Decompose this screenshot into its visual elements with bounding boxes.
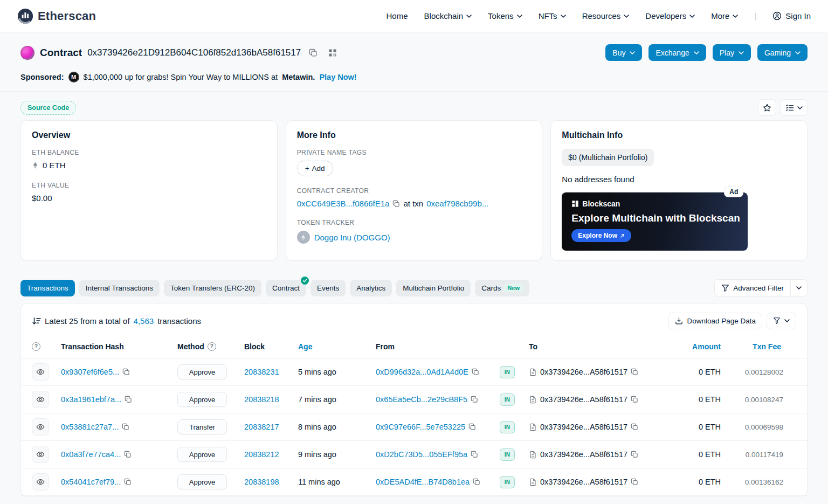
copy-from-button[interactable] — [471, 396, 478, 403]
eth-balance-value: 0 ETH — [32, 161, 266, 170]
copy-from-button[interactable] — [468, 423, 476, 431]
etherscan-logo[interactable]: Etherscan — [17, 8, 96, 24]
advanced-filter-button[interactable]: Advanced Filter — [714, 279, 808, 296]
copy-icon — [471, 451, 478, 458]
explore-now-button[interactable]: Explore Now — [571, 229, 631, 242]
tab-multichain-portfolio[interactable]: Multichain Portfolio — [396, 280, 471, 296]
block-link[interactable]: 20838231 — [244, 368, 295, 376]
tab-internal-transactions[interactable]: Internal Transactions — [79, 280, 160, 296]
tab-token-transfers[interactable]: Token Transfers (ERC-20) — [164, 280, 261, 296]
source-code-badge[interactable]: Source Code — [20, 101, 76, 115]
tx-hash-link[interactable]: 0x0a3f7e77ca4... — [61, 450, 121, 459]
tx-preview-button[interactable] — [32, 363, 49, 381]
copy-to-button[interactable] — [631, 478, 638, 486]
col-age-toggle[interactable]: Age — [298, 342, 372, 351]
help-icon[interactable]: ? — [32, 342, 40, 351]
copy-from-button[interactable] — [472, 368, 479, 376]
method-badge: Transfer — [177, 419, 227, 434]
tx-preview-button[interactable] — [32, 473, 49, 491]
block-link[interactable]: 20838198 — [244, 478, 295, 486]
tx-hash-link[interactable]: 0x53881c27a7... — [61, 423, 119, 431]
copy-tx-hash-button[interactable] — [122, 368, 130, 376]
block-link[interactable]: 20838217 — [244, 423, 295, 431]
qr-code-button[interactable] — [326, 46, 340, 58]
transactions-summary: Latest 25 from a total of 4,563 transact… — [32, 316, 201, 326]
watchlist-options-button[interactable] — [781, 99, 808, 116]
copy-to-button[interactable] — [631, 396, 638, 403]
blockscan-ad-banner[interactable]: Ad Blockscan Explore Multichain with Blo… — [562, 192, 748, 251]
copy-tx-hash-button[interactable] — [122, 423, 129, 431]
from-address-link[interactable]: 0xDE5AD4fE...B74D8b1ea — [376, 478, 470, 486]
favorite-button[interactable] — [758, 99, 776, 116]
tab-contract[interactable]: Contract — [266, 280, 306, 296]
col-txn-fee-toggle[interactable]: Txn Fee — [730, 342, 796, 351]
eth-value-label: ETH VALUE — [32, 182, 266, 189]
tx-preview-button[interactable] — [32, 418, 49, 436]
copy-creator-button[interactable] — [392, 200, 400, 208]
help-icon[interactable]: ? — [208, 342, 216, 351]
tab-analytics[interactable]: Analytics — [350, 280, 392, 296]
method-badge: Approve — [177, 364, 227, 379]
copy-icon — [473, 478, 480, 486]
copy-address-button[interactable] — [306, 46, 320, 58]
copy-to-button[interactable] — [631, 423, 638, 431]
chevron-down-icon — [796, 286, 802, 289]
creator-address-link[interactable]: 0xCC649E3B...f0866fE1a — [297, 199, 390, 208]
nav-blockchain[interactable]: Blockchain — [424, 11, 472, 20]
block-link[interactable]: 20838212 — [244, 450, 295, 459]
block-link[interactable]: 20838218 — [244, 395, 295, 404]
tab-events[interactable]: Events — [310, 280, 346, 296]
new-badge: New — [504, 284, 523, 292]
from-address-link[interactable]: 0xD2bC73D5...055EFf95a — [376, 450, 467, 459]
col-amount-toggle[interactable]: Amount — [660, 342, 727, 351]
nav-home[interactable]: Home — [387, 11, 408, 20]
to-address: 0x3739426e...A58f61517 — [540, 395, 627, 404]
chevron-down-icon — [466, 15, 472, 18]
advanced-filter-dropdown[interactable] — [790, 280, 807, 296]
table-filter-button[interactable] — [767, 313, 796, 329]
total-transactions-link[interactable]: 4,563 — [134, 316, 154, 326]
eye-icon — [36, 395, 45, 404]
copy-tx-hash-button[interactable] — [125, 396, 132, 403]
tx-hash-link[interactable]: 0x54041c7ef79... — [61, 478, 121, 486]
tx-hash-link[interactable]: 0x9307ef6f6e5... — [61, 368, 119, 376]
direction-badge: IN — [500, 476, 515, 488]
sponsored-banner: Sponsored: M $1,000,000 up for grabs! Sp… — [20, 72, 808, 91]
copy-tx-hash-button[interactable] — [124, 451, 132, 458]
token-tracker-link[interactable]: Doggo Inu (DOGGO) — [314, 233, 390, 242]
eth-value: $0.00 — [32, 194, 266, 203]
creation-txn-link[interactable]: 0xeaf798cb99b... — [426, 199, 488, 208]
gaming-button[interactable]: Gaming — [757, 44, 808, 61]
from-address-link[interactable]: 0x9C97e66F...5e7e53225 — [376, 423, 465, 431]
download-page-data-button[interactable]: Download Page Data — [668, 313, 762, 329]
nav-more[interactable]: More — [711, 11, 738, 20]
table-row: 0x9307ef6f6e5... Approve 20838231 5 mins… — [21, 358, 807, 386]
add-name-tag-button[interactable]: +Add — [297, 161, 333, 176]
tab-transactions[interactable]: Transactions — [20, 280, 75, 296]
copy-icon — [471, 396, 478, 403]
nav-developers[interactable]: Developers — [645, 11, 695, 20]
sponsored-cta-link[interactable]: Play Now! — [319, 73, 356, 81]
play-button[interactable]: Play — [713, 44, 751, 61]
sponsored-label: Sponsored: — [20, 73, 64, 81]
nav-nfts[interactable]: NFTs — [539, 11, 566, 20]
nav-tokens[interactable]: Tokens — [488, 11, 522, 20]
from-address-link[interactable]: 0x65Ea5eCb...2e29cB8F5 — [376, 395, 467, 404]
tx-preview-button[interactable] — [32, 391, 49, 408]
nav-resources[interactable]: Resources — [582, 11, 630, 20]
tx-hash-link[interactable]: 0x3a1961ebf7a... — [61, 395, 121, 404]
tab-cards[interactable]: Cards New — [475, 280, 529, 296]
copy-tx-hash-button[interactable] — [124, 478, 132, 486]
exchange-button[interactable]: Exchange — [648, 44, 706, 61]
sign-in-button[interactable]: Sign In — [772, 11, 811, 20]
multichain-portfolio-button[interactable]: $0 (Multichain Portfolio) — [562, 149, 654, 166]
copy-to-button[interactable] — [631, 451, 638, 458]
tx-preview-button[interactable] — [32, 446, 49, 463]
copy-from-button[interactable] — [471, 451, 478, 458]
from-address-link[interactable]: 0xD996d32a...0Ad1A4d0E — [376, 368, 468, 376]
copy-to-button[interactable] — [631, 368, 638, 376]
tx-amount: 0 ETH — [660, 478, 727, 486]
tx-amount: 0 ETH — [660, 450, 727, 459]
buy-button[interactable]: Buy — [605, 44, 642, 61]
copy-from-button[interactable] — [473, 478, 480, 486]
